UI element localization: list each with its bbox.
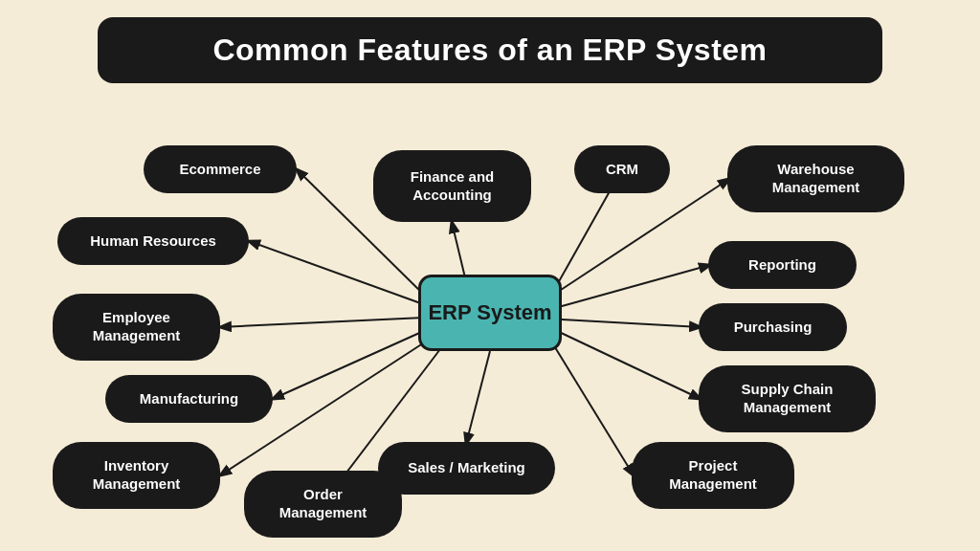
node-purchasing: Purchasing (699, 303, 847, 351)
node-reporting: Reporting (708, 241, 857, 289)
svg-line-4 (249, 241, 426, 305)
node-sales-marketing: Sales / Marketing (378, 442, 555, 495)
node-ecommerce: Ecommerce (144, 145, 297, 193)
node-label-finance: Finance and Accounting (390, 168, 514, 205)
node-label-supply-chain: Supply Chain Management (716, 381, 858, 417)
node-manufacturing: Manufacturing (105, 375, 273, 423)
node-label-ecommerce: Ecommerce (179, 161, 260, 179)
node-label-project-management: Project Management (649, 457, 777, 494)
node-label-human-resources: Human Resources (90, 232, 216, 251)
svg-line-5 (555, 265, 710, 308)
node-warehouse: Warehouse Management (727, 145, 904, 212)
node-label-manufacturing: Manufacturing (140, 390, 238, 408)
node-employee-management: Employee Management (53, 294, 220, 361)
node-label-reporting: Reporting (748, 256, 816, 275)
node-inventory: Inventory Management (53, 442, 220, 509)
node-label-purchasing: Purchasing (734, 319, 813, 337)
svg-line-7 (562, 320, 701, 327)
svg-line-6 (220, 318, 424, 327)
svg-line-11 (550, 340, 634, 475)
node-human-resources: Human Resources (57, 217, 249, 265)
node-label-employee-management: Employee Management (70, 309, 203, 345)
erp-center-node: ERP System (418, 275, 562, 351)
title-banner: Common Features of an ERP System (98, 17, 882, 83)
node-project-management: Project Management (632, 442, 794, 509)
node-label-inventory: Inventory Management (70, 457, 203, 494)
node-supply-chain: Supply Chain Management (699, 365, 876, 432)
svg-line-8 (273, 330, 426, 399)
node-order-management: Order Management (244, 471, 402, 538)
svg-line-2 (555, 179, 729, 294)
node-label-sales-marketing: Sales / Marketing (408, 459, 525, 477)
node-label-crm: CRM (606, 161, 638, 179)
erp-center-label: ERP System (428, 300, 551, 325)
node-label-warehouse: Warehouse Management (745, 161, 887, 197)
node-finance: Finance and Accounting (373, 150, 531, 222)
title-text: Common Features of an ERP System (212, 33, 767, 67)
diagram-area: ERP System EcommerceCRMWarehouse Managem… (0, 93, 980, 533)
node-label-order-management: Order Management (261, 486, 385, 522)
svg-line-12 (466, 351, 490, 444)
node-crm: CRM (574, 145, 670, 193)
svg-line-9 (555, 330, 701, 399)
